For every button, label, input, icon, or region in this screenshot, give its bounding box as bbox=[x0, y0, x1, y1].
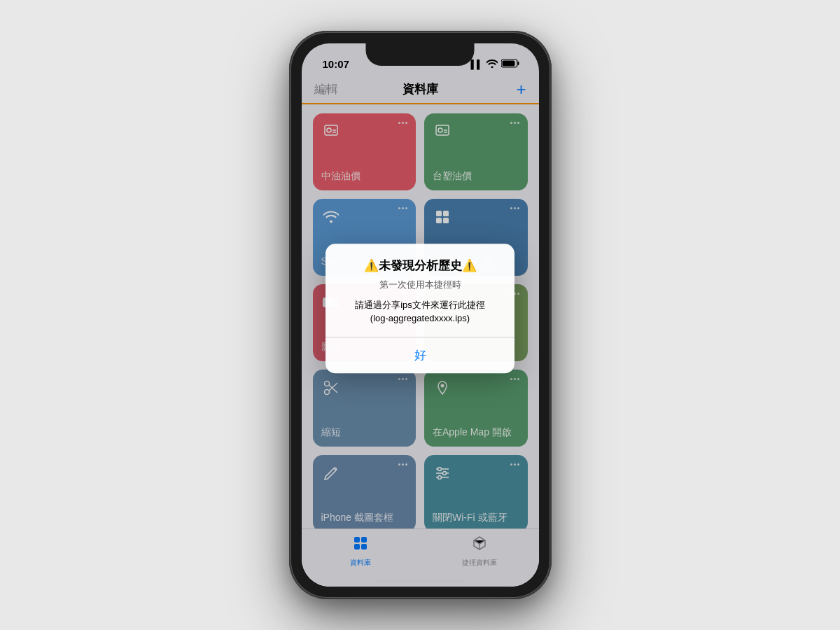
phone-screen: 10:07 ▌▌ bbox=[302, 43, 539, 587]
phone-body: 10:07 ▌▌ bbox=[289, 31, 552, 599]
alert-subtitle: 第一次使用本捷徑時 bbox=[337, 279, 503, 291]
notch bbox=[366, 43, 475, 66]
phone-container: 10:07 ▌▌ bbox=[289, 31, 552, 599]
alert-ok-button[interactable]: 好 bbox=[326, 337, 514, 373]
alert-content: ⚠️未發現分析歷史⚠️ 第一次使用本捷徑時 請通過分享ips文件來運行此捷徑(l… bbox=[326, 244, 514, 337]
alert-message: 請通過分享ips文件來運行此捷徑(log-aggregatedxxxx.ips) bbox=[337, 298, 503, 326]
alert-dialog: ⚠️未發現分析歷史⚠️ 第一次使用本捷徑時 請通過分享ips文件來運行此捷徑(l… bbox=[326, 244, 514, 373]
alert-title: ⚠️未發現分析歷史⚠️ bbox=[337, 258, 503, 274]
